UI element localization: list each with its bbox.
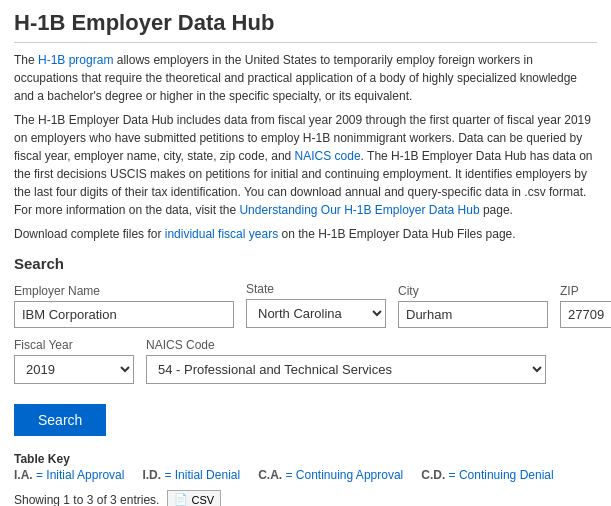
table-key-item: C.D. = Continuing Denial (421, 468, 553, 482)
form-row-2: Fiscal Year 2009201020112012201320142015… (14, 338, 597, 384)
csv-download-button[interactable]: 📄 CSV (167, 490, 221, 506)
entries-text: Showing 1 to 3 of 3 entries. (14, 493, 159, 507)
employer-name-group: Employer Name (14, 284, 234, 328)
zip-input[interactable] (560, 301, 611, 328)
fiscal-year-select[interactable]: 2009201020112012201320142015201620172018… (14, 355, 134, 384)
search-button[interactable]: Search (14, 404, 106, 436)
intro-paragraph-1: The H-1B program allows employers in the… (14, 51, 597, 105)
naics-group: NAICS Code All NAICS Codes11 - Agricultu… (146, 338, 546, 384)
intro-paragraph-2: The H-1B Employer Data Hub includes data… (14, 111, 597, 219)
table-key-item: I.D. = Initial Denial (142, 468, 240, 482)
understanding-link[interactable]: Understanding Our H-1B Employer Data Hub (239, 203, 479, 217)
employer-name-input[interactable] (14, 301, 234, 328)
city-group: City (398, 284, 548, 328)
csv-label: CSV (191, 494, 214, 506)
state-group: State All StatesAlabamaAlaskaArizonaArka… (246, 282, 386, 328)
zip-group: ZIP (560, 284, 611, 328)
h1b-program-link[interactable]: H-1B program (38, 53, 113, 67)
form-row-1: Employer Name State All StatesAlabamaAla… (14, 282, 597, 328)
naics-link[interactable]: NAICS code (295, 149, 361, 163)
fiscal-year-label: Fiscal Year (14, 338, 134, 352)
table-key-row: I.A. = Initial ApprovalI.D. = Initial De… (14, 468, 597, 482)
csv-icon: 📄 (174, 493, 188, 506)
table-key-item: C.A. = Continuing Approval (258, 468, 403, 482)
individual-fiscal-years-link[interactable]: individual fiscal years (165, 227, 278, 241)
city-label: City (398, 284, 548, 298)
zip-label: ZIP (560, 284, 611, 298)
naics-select[interactable]: All NAICS Codes11 - Agriculture, Forestr… (146, 355, 546, 384)
employer-name-label: Employer Name (14, 284, 234, 298)
table-key-section: Table Key I.A. = Initial ApprovalI.D. = … (14, 452, 597, 482)
search-heading: Search (14, 255, 597, 272)
page-title: H-1B Employer Data Hub (14, 10, 597, 43)
table-key-heading: Table Key (14, 452, 70, 466)
city-input[interactable] (398, 301, 548, 328)
table-key-item: I.A. = Initial Approval (14, 468, 124, 482)
intro-paragraph-3: Download complete files for individual f… (14, 225, 597, 243)
entries-row: Showing 1 to 3 of 3 entries. 📄 CSV (14, 490, 597, 506)
fiscal-year-group: Fiscal Year 2009201020112012201320142015… (14, 338, 134, 384)
search-section: Search Employer Name State All StatesAla… (14, 255, 597, 436)
state-select[interactable]: All StatesAlabamaAlaskaArizonaArkansasCa… (246, 299, 386, 328)
state-label: State (246, 282, 386, 296)
naics-label: NAICS Code (146, 338, 546, 352)
